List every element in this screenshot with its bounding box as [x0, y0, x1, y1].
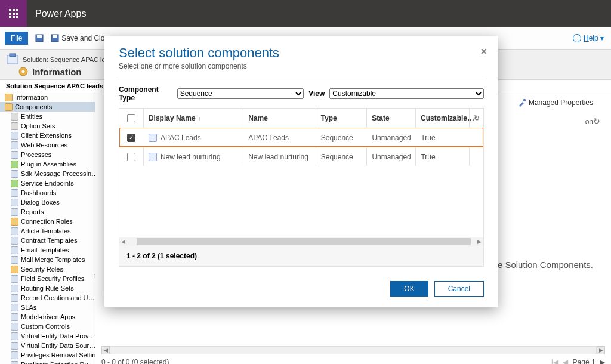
sidebar-item-custom-controls[interactable]: Custom Controls — [0, 322, 95, 331]
bottom-scrollbar[interactable]: ◀ ▶ — [101, 346, 605, 354]
sidebar-item-slas[interactable]: SLAs — [0, 303, 95, 312]
app-launcher-icon[interactable] — [0, 0, 27, 27]
svg-rect-3 — [9, 13, 11, 15]
tree-item-label: Contract Templates — [21, 237, 78, 244]
grid-scroll-thumb[interactable] — [137, 238, 471, 245]
sidebar-item-connection-roles[interactable]: Connection Roles — [0, 217, 95, 226]
col-state[interactable]: State — [366, 109, 415, 128]
tree-item-icon — [11, 141, 18, 149]
help-link[interactable]: Help ▾ — [573, 34, 604, 42]
svg-rect-12 — [53, 35, 57, 38]
sidebar-item-entities[interactable]: Entities — [0, 112, 95, 121]
tree-item-label: Dialog Boxes — [21, 199, 60, 206]
sidebar-item-field-security-profiles[interactable]: Field Security Profiles — [0, 274, 95, 283]
cancel-button[interactable]: Cancel — [434, 281, 484, 297]
tree-item-icon — [11, 342, 18, 350]
table-row[interactable]: New lead nurturingNew lead nurturingSequ… — [119, 147, 483, 166]
scroll-left-icon[interactable]: ◀ — [101, 346, 110, 354]
sidebar-item-web-resources[interactable]: Web Resources — [0, 140, 95, 150]
svg-rect-0 — [9, 9, 11, 11]
sidebar-item-record-creation-and-u[interactable]: Record Creation and U… — [0, 293, 95, 303]
sidebar-item-plug-in-assemblies[interactable]: Plug-in Assemblies — [0, 159, 95, 169]
tree-item-icon — [11, 256, 18, 264]
sidebar-item-components[interactable]: Components — [0, 102, 95, 112]
managed-properties-label: Managed Properties — [529, 98, 593, 107]
col-name[interactable]: Name — [243, 109, 316, 128]
managed-properties-link[interactable]: Managed Properties — [518, 98, 593, 107]
view-select[interactable]: Customizable — [329, 88, 484, 99]
sidebar-item-processes[interactable]: Processes — [0, 150, 95, 159]
grid-scroll-left-icon[interactable]: ◀ — [119, 239, 127, 245]
resize-handle-icon[interactable]: ⋮ — [91, 272, 95, 279]
col-customizable[interactable]: Customizable… — [415, 109, 469, 128]
page-first-icon[interactable]: |◀ — [551, 358, 558, 364]
cell-type: Sequence — [316, 128, 367, 147]
sidebar-item-dashboards[interactable]: Dashboards — [0, 188, 95, 198]
tree-item-label: Components — [15, 103, 52, 110]
sidebar-item-information[interactable]: Information — [0, 92, 95, 102]
page-next-icon[interactable]: ▶ — [600, 358, 605, 364]
sidebar-item-contract-templates[interactable]: Contract Templates — [0, 236, 95, 245]
col-type[interactable]: Type — [316, 109, 367, 128]
sidebar-item-virtual-entity-data-sour[interactable]: Virtual Entity Data Sour… — [0, 341, 95, 350]
sidebar-item-email-templates[interactable]: Email Templates — [0, 245, 95, 255]
svg-rect-6 — [9, 16, 11, 18]
tree-item-label: Custom Controls — [21, 323, 70, 330]
save-and-close-button[interactable]: Save and Close — [51, 34, 112, 42]
sidebar-item-routing-rule-sets[interactable]: Routing Rule Sets — [0, 283, 95, 293]
table-row[interactable]: ✓APAC LeadsAPAC LeadsSequenceUnmanagedTr… — [119, 128, 483, 147]
col-display-name[interactable]: Display Name↑ — [143, 109, 243, 128]
help-label: elp — [589, 34, 598, 42]
app-title: Power Apps — [35, 8, 86, 19]
tree-item-label: Article Templates — [21, 227, 71, 235]
tree-item-label: Connection Roles — [21, 218, 73, 225]
sidebar-item-client-extensions[interactable]: Client Extensions — [0, 131, 95, 140]
sidebar-item-article-templates[interactable]: Article Templates — [0, 226, 95, 236]
sidebar-item-mail-merge-templates[interactable]: Mail Merge Templates — [0, 255, 95, 264]
sidebar-item-duplicate-detection-ru[interactable]: Duplicate Detection Ru… — [0, 360, 95, 364]
sidebar-item-reports[interactable]: Reports — [0, 207, 95, 217]
tree-item-label: Client Extensions — [21, 132, 72, 139]
tree-item-icon — [11, 323, 18, 331]
sidebar-item-virtual-entity-data-prov[interactable]: Virtual Entity Data Prov… — [0, 331, 95, 341]
tree-item-icon — [5, 103, 13, 111]
sidebar-item-option-sets[interactable]: Option Sets — [0, 121, 95, 131]
save-icon[interactable] — [35, 34, 44, 42]
grid-body: ✓APAC LeadsAPAC LeadsSequenceUnmanagedTr… — [119, 128, 483, 166]
component-type-select[interactable]: Sequence — [177, 88, 304, 99]
scroll-right-icon[interactable]: ▶ — [597, 346, 605, 354]
sidebar-item-service-endpoints[interactable]: Service Endpoints — [0, 178, 95, 188]
grid-scroll-right-icon[interactable]: ▶ — [476, 239, 483, 245]
content-refresh-icon[interactable]: ↻ — [593, 116, 600, 126]
tree-item-icon — [11, 275, 18, 283]
header-checkbox[interactable] — [119, 109, 143, 128]
tree-item-icon — [11, 170, 18, 178]
cell-customizable: True — [415, 147, 469, 166]
cell-type: Sequence — [316, 147, 367, 166]
tree-item-icon — [11, 304, 18, 311]
sequence-icon — [149, 134, 157, 142]
page-prev-icon[interactable]: ◀ — [563, 358, 568, 364]
close-icon[interactable]: ✕ — [480, 47, 487, 56]
grid-refresh-icon[interactable]: ↻ — [469, 109, 483, 128]
scroll-track[interactable] — [110, 346, 597, 354]
sidebar-item-model-driven-apps[interactable]: Model-driven Apps — [0, 312, 95, 322]
tree-item-label: Mail Merge Templates — [21, 256, 85, 263]
grid-scrollbar[interactable]: ◀ ▶ — [119, 237, 483, 246]
row-checkbox[interactable]: ✓ — [127, 134, 135, 142]
sidebar-item-dialog-boxes[interactable]: Dialog Boxes — [0, 198, 95, 207]
sidebar-item-privileges-removal-setting[interactable]: Privileges Removal Setting — [0, 350, 95, 360]
file-button[interactable]: File — [5, 32, 28, 45]
cell-name: New lead nurturing — [243, 147, 316, 166]
tree-item-icon — [11, 122, 18, 130]
modal-subtitle: Select one or more solution components — [119, 62, 484, 70]
tree-item-label: Virtual Entity Data Sour… — [21, 342, 95, 349]
row-checkbox[interactable] — [127, 153, 135, 161]
sidebar-item-sdk-message-processin[interactable]: Sdk Message Processin… — [0, 169, 95, 178]
ok-button[interactable]: OK — [390, 281, 428, 297]
view-label: View — [308, 90, 325, 98]
tree-item-label: Option Sets — [21, 122, 55, 129]
svg-rect-1 — [13, 9, 15, 11]
tree-item-label: Routing Rule Sets — [21, 285, 74, 292]
sidebar-item-security-roles[interactable]: Security Roles — [0, 264, 95, 274]
